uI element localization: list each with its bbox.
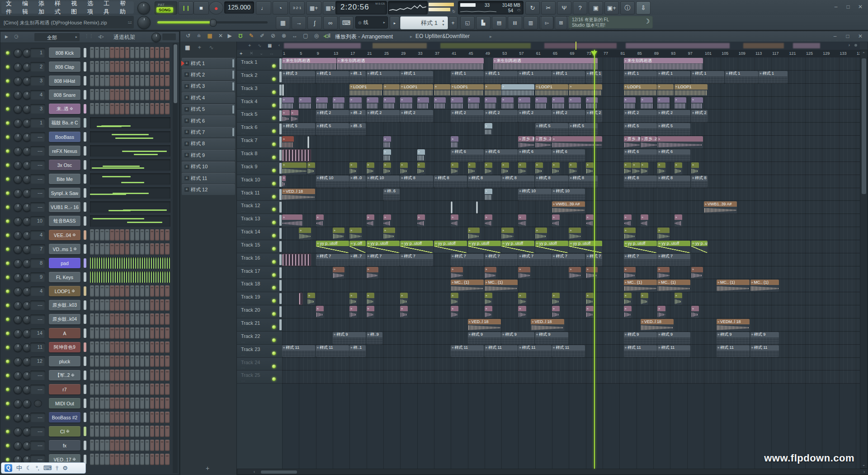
- track-mute-dots[interactable]: ...: [241, 196, 245, 199]
- channel-color-strip[interactable]: [84, 314, 86, 324]
- audio-clip[interactable]: »: [485, 84, 501, 96]
- step-cell[interactable]: [90, 398, 94, 409]
- step-cell[interactable]: [135, 61, 139, 72]
- audio-clip[interactable]: »: [691, 162, 699, 175]
- step-cell[interactable]: [90, 356, 94, 367]
- step-cell[interactable]: [155, 412, 159, 423]
- pattern-item[interactable]: ≡样式 12: [182, 184, 235, 195]
- channel-number[interactable]: ---: [30, 300, 45, 310]
- audio-clip[interactable]: »: [349, 228, 361, 240]
- step-cell[interactable]: [160, 103, 164, 114]
- automation-clip[interactable]: ∞yy p..utoff: [535, 241, 568, 253]
- channel-color-strip[interactable]: [84, 188, 86, 198]
- pattern-item[interactable]: ≡样式 1: [182, 58, 235, 69]
- audio-clip[interactable]: »: [383, 84, 400, 96]
- audio-clip[interactable]: »: [367, 306, 374, 318]
- audio-clip[interactable]: »: [569, 228, 580, 240]
- track-mute-dots[interactable]: ...: [241, 66, 245, 69]
- audio-clip[interactable]: »: [485, 306, 492, 318]
- step-cell[interactable]: [150, 89, 154, 100]
- step-cell[interactable]: [150, 61, 154, 72]
- step-cell[interactable]: [165, 229, 169, 241]
- audio-clip[interactable]: »: [349, 306, 357, 318]
- mute-tool[interactable]: ⊗: [279, 33, 289, 39]
- channel-color-strip[interactable]: [84, 146, 86, 156]
- pattern-clip[interactable]: ≡样式 2: [316, 110, 349, 122]
- channel-color-strip[interactable]: [84, 286, 86, 296]
- audio-clip[interactable]: »: [691, 97, 703, 109]
- automation-clip[interactable]: ∞yy p..utoff: [691, 241, 708, 253]
- channel-led[interactable]: [6, 360, 9, 363]
- channel-led[interactable]: [6, 135, 9, 139]
- step-cell[interactable]: [160, 314, 164, 325]
- audio-clip[interactable]: »: [675, 162, 682, 175]
- playlist-minimize-button[interactable]: –: [830, 33, 840, 39]
- channel-number[interactable]: 1: [30, 118, 45, 128]
- channel-number[interactable]: ---: [30, 427, 45, 436]
- pause-button[interactable]: ❙❙: [178, 1, 193, 14]
- pattern-clip[interactable]: ≡样式 11: [717, 345, 750, 357]
- step-cell[interactable]: [165, 75, 169, 86]
- step-cell[interactable]: [160, 285, 164, 297]
- pointer-button[interactable]: ▻: [541, 16, 553, 29]
- pattern-clip[interactable]: ≡样式 7: [400, 254, 433, 266]
- channel-color-strip[interactable]: [84, 328, 86, 338]
- audio-clip[interactable]: »: [657, 162, 665, 175]
- step-cell[interactable]: [125, 61, 129, 72]
- channel-led[interactable]: [6, 149, 9, 153]
- audio-clip[interactable]: »: [367, 267, 378, 279]
- audio-clip[interactable]: »VWB1..39 A#: [704, 201, 737, 214]
- step-cell[interactable]: [110, 454, 114, 465]
- menu-1[interactable]: 文件: [6, 0, 15, 16]
- audio-clip-striped[interactable]: [282, 149, 311, 162]
- track-led[interactable]: [272, 64, 276, 68]
- slice-button[interactable]: ✂: [541, 1, 556, 14]
- channel-color-strip[interactable]: [84, 62, 86, 71]
- audio-clip[interactable]: »: [518, 293, 526, 305]
- pattern-clip[interactable]: ≡样式 1: [759, 71, 788, 83]
- track-led[interactable]: [272, 352, 276, 355]
- pattern-clip[interactable]: ≡样式 2: [518, 110, 551, 122]
- step-cell[interactable]: [115, 75, 119, 86]
- step-cell[interactable]: [160, 398, 164, 409]
- audio-clip[interactable]: »: [624, 267, 636, 279]
- save-button[interactable]: ▣: [589, 1, 603, 14]
- pattern-clip[interactable]: ≡样式 6: [451, 149, 484, 162]
- metronome-button[interactable]: ♩: [256, 1, 271, 14]
- step-cell[interactable]: [110, 370, 114, 381]
- pattern-clip[interactable]: ≡样式 8: [468, 176, 501, 188]
- track-led[interactable]: [272, 234, 276, 238]
- pattern-clip[interactable]: ≡样式 1: [657, 71, 690, 83]
- pattern-clip[interactable]: ≡样式 7: [552, 254, 585, 266]
- audio-clip[interactable]: »: [383, 162, 391, 175]
- track-led[interactable]: [272, 104, 276, 107]
- step-cell[interactable]: [135, 384, 139, 395]
- pattern-clip[interactable]: ≡样式 2: [691, 110, 708, 122]
- pattern-selector[interactable]: 样式 1 ▲▼: [400, 16, 448, 29]
- channel-led[interactable]: [6, 93, 9, 97]
- step-cell[interactable]: [115, 384, 119, 395]
- step-cell[interactable]: [120, 243, 124, 255]
- audio-clip[interactable]: »原乡..擦2: [518, 136, 534, 148]
- step-cell[interactable]: [115, 356, 119, 367]
- step-cell[interactable]: [90, 426, 94, 437]
- pattern-item[interactable]: ≡样式 7: [182, 127, 235, 138]
- piano-grid-button[interactable]: ▦: [276, 16, 290, 29]
- channel-color-strip[interactable]: [84, 160, 86, 170]
- audio-clip[interactable]: »: [624, 293, 632, 305]
- audio-clip[interactable]: »: [400, 306, 408, 318]
- channel-led[interactable]: [6, 388, 9, 391]
- hscroll-right-button[interactable]: ›: [863, 470, 865, 474]
- step-cell[interactable]: [110, 412, 114, 423]
- pattern-clip[interactable]: ≡样式 11: [316, 345, 349, 357]
- step-cell[interactable]: [110, 61, 114, 72]
- automation-clip[interactable]: ∞yy p..utoff: [501, 241, 534, 253]
- step-cell[interactable]: [90, 47, 94, 58]
- track-led[interactable]: [272, 325, 276, 329]
- step-cell[interactable]: [140, 229, 144, 241]
- audio-clip[interactable]: »: [316, 306, 324, 318]
- channel-led[interactable]: [6, 318, 9, 321]
- pattern-clip[interactable]: ≡样式 10: [316, 176, 349, 188]
- audio-clip[interactable]: »: [501, 228, 513, 240]
- step-cell[interactable]: [120, 384, 124, 395]
